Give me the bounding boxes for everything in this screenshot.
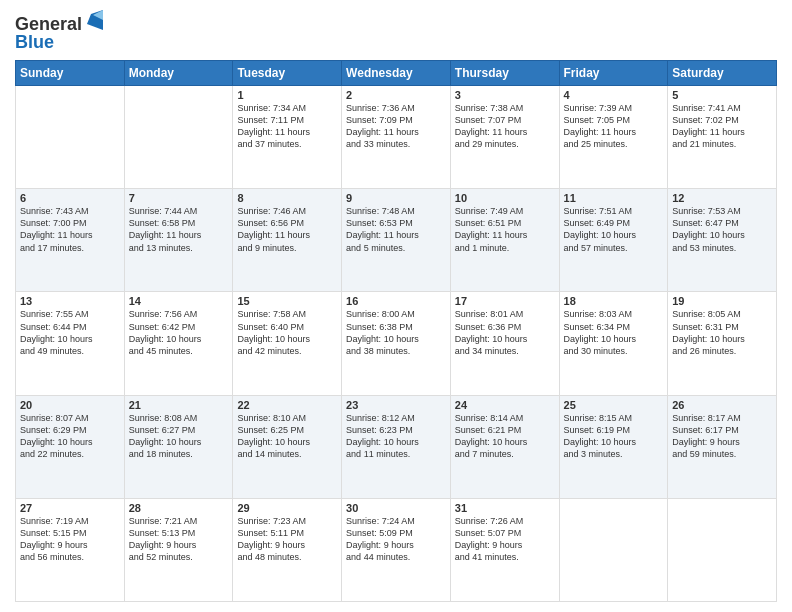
day-number: 7 xyxy=(129,192,229,204)
table-cell: 26Sunrise: 8:17 AM Sunset: 6:17 PM Dayli… xyxy=(668,395,777,498)
header: General Blue xyxy=(15,10,777,54)
table-cell xyxy=(124,86,233,189)
day-number: 13 xyxy=(20,295,120,307)
day-number: 17 xyxy=(455,295,555,307)
table-cell: 24Sunrise: 8:14 AM Sunset: 6:21 PM Dayli… xyxy=(450,395,559,498)
day-number: 23 xyxy=(346,399,446,411)
day-number: 4 xyxy=(564,89,664,101)
day-number: 29 xyxy=(237,502,337,514)
day-number: 28 xyxy=(129,502,229,514)
table-cell: 4Sunrise: 7:39 AM Sunset: 7:05 PM Daylig… xyxy=(559,86,668,189)
day-number: 31 xyxy=(455,502,555,514)
day-number: 14 xyxy=(129,295,229,307)
table-cell: 20Sunrise: 8:07 AM Sunset: 6:29 PM Dayli… xyxy=(16,395,125,498)
svg-text:General: General xyxy=(15,14,82,34)
table-cell xyxy=(16,86,125,189)
day-number: 11 xyxy=(564,192,664,204)
day-info: Sunrise: 7:21 AM Sunset: 5:13 PM Dayligh… xyxy=(129,515,229,564)
day-info: Sunrise: 7:58 AM Sunset: 6:40 PM Dayligh… xyxy=(237,308,337,357)
day-number: 3 xyxy=(455,89,555,101)
day-info: Sunrise: 8:10 AM Sunset: 6:25 PM Dayligh… xyxy=(237,412,337,461)
col-tuesday: Tuesday xyxy=(233,61,342,86)
day-info: Sunrise: 8:08 AM Sunset: 6:27 PM Dayligh… xyxy=(129,412,229,461)
day-info: Sunrise: 7:44 AM Sunset: 6:58 PM Dayligh… xyxy=(129,205,229,254)
table-cell: 8Sunrise: 7:46 AM Sunset: 6:56 PM Daylig… xyxy=(233,189,342,292)
day-info: Sunrise: 8:07 AM Sunset: 6:29 PM Dayligh… xyxy=(20,412,120,461)
day-number: 15 xyxy=(237,295,337,307)
day-info: Sunrise: 8:00 AM Sunset: 6:38 PM Dayligh… xyxy=(346,308,446,357)
day-info: Sunrise: 7:19 AM Sunset: 5:15 PM Dayligh… xyxy=(20,515,120,564)
table-cell: 6Sunrise: 7:43 AM Sunset: 7:00 PM Daylig… xyxy=(16,189,125,292)
day-info: Sunrise: 8:12 AM Sunset: 6:23 PM Dayligh… xyxy=(346,412,446,461)
day-info: Sunrise: 7:51 AM Sunset: 6:49 PM Dayligh… xyxy=(564,205,664,254)
calendar-week-row: 27Sunrise: 7:19 AM Sunset: 5:15 PM Dayli… xyxy=(16,498,777,601)
table-cell: 3Sunrise: 7:38 AM Sunset: 7:07 PM Daylig… xyxy=(450,86,559,189)
day-number: 21 xyxy=(129,399,229,411)
day-info: Sunrise: 8:14 AM Sunset: 6:21 PM Dayligh… xyxy=(455,412,555,461)
day-number: 25 xyxy=(564,399,664,411)
day-info: Sunrise: 7:26 AM Sunset: 5:07 PM Dayligh… xyxy=(455,515,555,564)
table-cell: 22Sunrise: 8:10 AM Sunset: 6:25 PM Dayli… xyxy=(233,395,342,498)
day-number: 1 xyxy=(237,89,337,101)
col-friday: Friday xyxy=(559,61,668,86)
page: General Blue Sunday Monday Tuesday Wedne… xyxy=(0,0,792,612)
col-monday: Monday xyxy=(124,61,233,86)
calendar-header-row: Sunday Monday Tuesday Wednesday Thursday… xyxy=(16,61,777,86)
table-cell: 11Sunrise: 7:51 AM Sunset: 6:49 PM Dayli… xyxy=(559,189,668,292)
calendar-week-row: 13Sunrise: 7:55 AM Sunset: 6:44 PM Dayli… xyxy=(16,292,777,395)
table-cell xyxy=(559,498,668,601)
col-saturday: Saturday xyxy=(668,61,777,86)
table-cell: 16Sunrise: 8:00 AM Sunset: 6:38 PM Dayli… xyxy=(342,292,451,395)
table-cell: 14Sunrise: 7:56 AM Sunset: 6:42 PM Dayli… xyxy=(124,292,233,395)
day-info: Sunrise: 8:05 AM Sunset: 6:31 PM Dayligh… xyxy=(672,308,772,357)
day-number: 10 xyxy=(455,192,555,204)
day-info: Sunrise: 8:01 AM Sunset: 6:36 PM Dayligh… xyxy=(455,308,555,357)
logo: General Blue xyxy=(15,10,105,54)
day-number: 26 xyxy=(672,399,772,411)
day-number: 30 xyxy=(346,502,446,514)
day-info: Sunrise: 8:17 AM Sunset: 6:17 PM Dayligh… xyxy=(672,412,772,461)
table-cell xyxy=(668,498,777,601)
table-cell: 17Sunrise: 8:01 AM Sunset: 6:36 PM Dayli… xyxy=(450,292,559,395)
day-number: 27 xyxy=(20,502,120,514)
day-info: Sunrise: 7:55 AM Sunset: 6:44 PM Dayligh… xyxy=(20,308,120,357)
table-cell: 1Sunrise: 7:34 AM Sunset: 7:11 PM Daylig… xyxy=(233,86,342,189)
day-info: Sunrise: 7:53 AM Sunset: 6:47 PM Dayligh… xyxy=(672,205,772,254)
day-number: 12 xyxy=(672,192,772,204)
day-info: Sunrise: 7:43 AM Sunset: 7:00 PM Dayligh… xyxy=(20,205,120,254)
calendar-week-row: 20Sunrise: 8:07 AM Sunset: 6:29 PM Dayli… xyxy=(16,395,777,498)
table-cell: 21Sunrise: 8:08 AM Sunset: 6:27 PM Dayli… xyxy=(124,395,233,498)
day-info: Sunrise: 7:49 AM Sunset: 6:51 PM Dayligh… xyxy=(455,205,555,254)
day-number: 24 xyxy=(455,399,555,411)
day-info: Sunrise: 7:24 AM Sunset: 5:09 PM Dayligh… xyxy=(346,515,446,564)
day-number: 2 xyxy=(346,89,446,101)
day-number: 9 xyxy=(346,192,446,204)
table-cell: 19Sunrise: 8:05 AM Sunset: 6:31 PM Dayli… xyxy=(668,292,777,395)
day-number: 16 xyxy=(346,295,446,307)
day-number: 5 xyxy=(672,89,772,101)
day-number: 19 xyxy=(672,295,772,307)
calendar-week-row: 1Sunrise: 7:34 AM Sunset: 7:11 PM Daylig… xyxy=(16,86,777,189)
table-cell: 2Sunrise: 7:36 AM Sunset: 7:09 PM Daylig… xyxy=(342,86,451,189)
day-info: Sunrise: 7:36 AM Sunset: 7:09 PM Dayligh… xyxy=(346,102,446,151)
table-cell: 18Sunrise: 8:03 AM Sunset: 6:34 PM Dayli… xyxy=(559,292,668,395)
day-number: 18 xyxy=(564,295,664,307)
day-info: Sunrise: 7:41 AM Sunset: 7:02 PM Dayligh… xyxy=(672,102,772,151)
svg-text:Blue: Blue xyxy=(15,32,54,52)
col-wednesday: Wednesday xyxy=(342,61,451,86)
table-cell: 30Sunrise: 7:24 AM Sunset: 5:09 PM Dayli… xyxy=(342,498,451,601)
day-number: 20 xyxy=(20,399,120,411)
table-cell: 7Sunrise: 7:44 AM Sunset: 6:58 PM Daylig… xyxy=(124,189,233,292)
calendar-week-row: 6Sunrise: 7:43 AM Sunset: 7:00 PM Daylig… xyxy=(16,189,777,292)
table-cell: 15Sunrise: 7:58 AM Sunset: 6:40 PM Dayli… xyxy=(233,292,342,395)
table-cell: 23Sunrise: 8:12 AM Sunset: 6:23 PM Dayli… xyxy=(342,395,451,498)
day-info: Sunrise: 7:46 AM Sunset: 6:56 PM Dayligh… xyxy=(237,205,337,254)
table-cell: 31Sunrise: 7:26 AM Sunset: 5:07 PM Dayli… xyxy=(450,498,559,601)
table-cell: 13Sunrise: 7:55 AM Sunset: 6:44 PM Dayli… xyxy=(16,292,125,395)
day-info: Sunrise: 7:23 AM Sunset: 5:11 PM Dayligh… xyxy=(237,515,337,564)
table-cell: 25Sunrise: 8:15 AM Sunset: 6:19 PM Dayli… xyxy=(559,395,668,498)
table-cell: 12Sunrise: 7:53 AM Sunset: 6:47 PM Dayli… xyxy=(668,189,777,292)
table-cell: 9Sunrise: 7:48 AM Sunset: 6:53 PM Daylig… xyxy=(342,189,451,292)
col-thursday: Thursday xyxy=(450,61,559,86)
day-info: Sunrise: 7:56 AM Sunset: 6:42 PM Dayligh… xyxy=(129,308,229,357)
